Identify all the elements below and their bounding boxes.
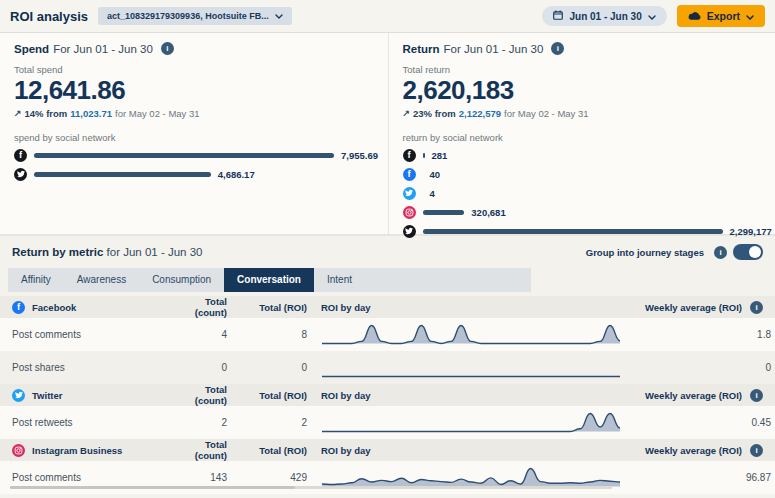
total-spend-value: 12,641.86 — [14, 76, 374, 105]
weekly-average-label: Weekly average (ROI) — [645, 302, 742, 313]
column-roi-by-day: ROI by day — [307, 302, 613, 313]
metric-roi: 8 — [227, 329, 307, 340]
roi-sparkline — [307, 322, 621, 348]
tab-affinity[interactable]: Affinity — [8, 268, 64, 292]
return-bar-value: 4 — [430, 188, 435, 199]
roi-sparkline — [307, 410, 621, 436]
toggle-knob — [749, 246, 761, 258]
section-network: Instagram Business — [12, 444, 172, 457]
metric-weekly: 96.87 — [621, 472, 771, 483]
return-network-row: f 281 — [403, 149, 762, 162]
spend-delta: ↗ 14% from 11,023.71 for May 02 - May 31 — [14, 108, 374, 119]
column-weekly-average: Weekly average (ROI) i — [613, 389, 763, 402]
info-icon[interactable]: i — [750, 444, 763, 457]
return-network-row: 2,299,177 — [403, 225, 762, 238]
return-title-label: Return — [403, 43, 440, 55]
info-icon[interactable]: i — [750, 389, 763, 402]
spend-bar-facebook — [34, 153, 334, 158]
return-network-row: 320,681 — [403, 206, 762, 219]
spend-bar-value: 4,686.17 — [218, 169, 255, 180]
metric-name: Post comments — [12, 329, 172, 340]
info-icon[interactable]: i — [750, 301, 763, 314]
metrics-title: Return by metric for Jun 01 - Jun 30 — [12, 246, 203, 258]
facebook-icon: f — [12, 301, 25, 314]
chevron-down-icon — [746, 10, 754, 22]
column-total-count: Total (count) — [172, 384, 227, 406]
instagram-section-header: Instagram Business Total (count) Total (… — [0, 439, 775, 461]
trend-up-icon: ↗ — [14, 108, 22, 118]
metric-row: Post comments 143 429 96.87 — [0, 461, 775, 494]
return-bar-value: 281 — [432, 150, 448, 161]
metrics-title-label: Return by metric — [12, 246, 103, 258]
facebook-section-header: f Facebook Total (count) Total (ROI) ROI… — [0, 296, 775, 318]
info-icon[interactable]: i — [161, 42, 174, 55]
weekly-average-label: Weekly average (ROI) — [645, 445, 742, 456]
spend-period: For Jun 01 - Jun 30 — [53, 43, 153, 55]
export-button[interactable]: Export — [677, 5, 765, 27]
metric-name: Post shares — [12, 362, 172, 373]
column-weekly-average: Weekly average (ROI) i — [613, 444, 763, 457]
spend-network-row: f 7,955.69 — [14, 149, 374, 162]
column-total-roi: Total (ROI) — [227, 302, 307, 313]
tab-intent[interactable]: Intent — [314, 268, 365, 292]
export-cloud-icon — [688, 10, 701, 22]
return-previous-link[interactable]: 2,122,579 — [459, 108, 501, 119]
summary-panels: Spend For Jun 01 - Jun 30 i Total spend … — [0, 33, 775, 236]
info-icon[interactable]: i — [551, 42, 564, 55]
return-delta: ↗ 23% from 2,122,579 for May 02 - May 31 — [403, 108, 762, 119]
scrollbar-thumb[interactable] — [10, 486, 295, 489]
return-bar — [423, 229, 723, 234]
return-panel: Return For Jun 01 - Jun 30 i Total retur… — [388, 33, 775, 234]
spend-title-label: Spend — [14, 43, 49, 55]
metric-row: Post comments 4 8 1.8 — [0, 318, 775, 351]
spend-bar-twitter — [34, 172, 211, 177]
twitter-dark-icon — [403, 225, 416, 238]
metric-roi: 429 — [227, 472, 307, 483]
spend-delta-pct: 14% from — [25, 108, 68, 119]
spend-previous-link[interactable]: 11,023.71 — [70, 108, 112, 119]
instagram-icon — [403, 206, 416, 219]
total-return-value: 2,620,183 — [403, 76, 762, 105]
metric-row: Post retweets 2 2 0.45 — [0, 406, 775, 439]
return-bar-value: 320,681 — [471, 207, 505, 218]
tab-conversation[interactable]: Conversation — [224, 268, 314, 292]
column-roi-by-day: ROI by day — [307, 445, 613, 456]
metric-count: 0 — [172, 362, 227, 373]
metric-weekly: 0.45 — [621, 417, 771, 428]
date-range-selector[interactable]: Jun 01 - Jun 30 — [542, 6, 666, 26]
column-weekly-average: Weekly average (ROI) i — [613, 301, 763, 314]
metric-name: Post retweets — [12, 417, 172, 428]
metric-roi: 0 — [227, 362, 307, 373]
total-return-label: Total return — [403, 64, 762, 75]
network-name: Twitter — [32, 390, 62, 401]
return-by-network-label: return by social network — [403, 132, 762, 143]
facebook-dark-icon: f — [403, 149, 416, 162]
facebook-dark-icon: f — [14, 149, 27, 162]
metric-count: 4 — [172, 329, 227, 340]
top-bar: ROI analysis act_108329179309936, Hootsu… — [0, 0, 775, 33]
return-title: Return For Jun 01 - Jun 30 i — [403, 42, 762, 55]
twitter-section-header: Twitter Total (count) Total (ROI) ROI by… — [0, 384, 775, 406]
metrics-header: Return by metric for Jun 01 - Jun 30 Gro… — [0, 236, 775, 262]
column-roi-by-day: ROI by day — [307, 390, 613, 401]
tab-awareness[interactable]: Awareness — [64, 268, 139, 292]
twitter-dark-icon — [14, 168, 27, 181]
info-icon[interactable]: i — [714, 246, 727, 259]
metrics-period: for Jun 01 - Jun 30 — [107, 246, 203, 258]
network-name: Facebook — [32, 302, 76, 313]
tab-consumption[interactable]: Consumption — [139, 268, 224, 292]
calendar-icon — [553, 10, 563, 22]
journey-stages-toggle[interactable] — [733, 244, 763, 260]
ad-account-label: act_108329179309936, Hootsuite FB... — [107, 11, 269, 21]
return-delta-pct: 23% from — [413, 108, 456, 119]
metric-weekly: 0 — [621, 362, 771, 373]
return-network-row: f 40 — [403, 168, 762, 181]
network-name: Instagram Business — [32, 445, 122, 456]
spend-delta-period: for May 02 - May 31 — [115, 108, 199, 119]
metric-count: 143 — [172, 472, 227, 483]
metric-roi: 2 — [227, 417, 307, 428]
ad-account-selector[interactable]: act_108329179309936, Hootsuite FB... — [98, 7, 292, 25]
journey-stages-control: Group into journey stages i — [586, 244, 763, 260]
horizontal-scrollbar[interactable] — [10, 486, 612, 489]
section-network: Twitter — [12, 389, 172, 402]
